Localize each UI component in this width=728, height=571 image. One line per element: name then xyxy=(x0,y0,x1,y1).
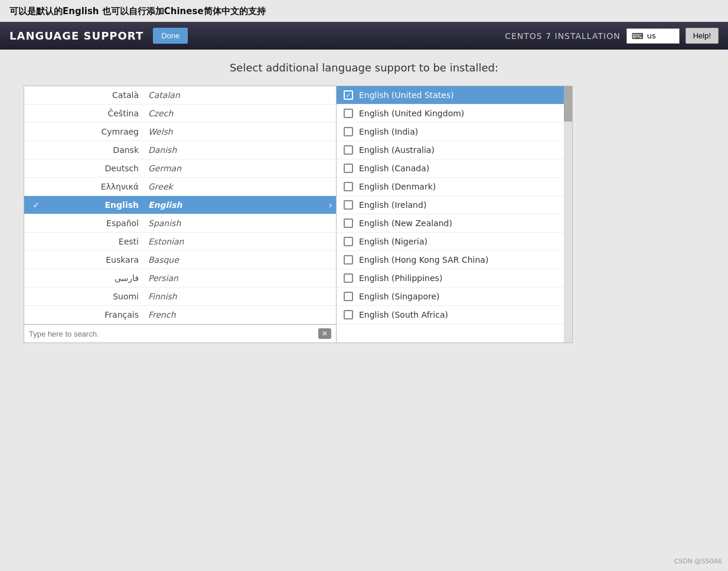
language-row[interactable]: EuskaraBasque xyxy=(24,251,336,269)
language-english-name: Finnish xyxy=(148,292,330,301)
language-row[interactable]: ✓EnglishEnglish› xyxy=(24,196,336,214)
language-row[interactable]: ΕλληνικάGreek xyxy=(24,178,336,196)
language-row[interactable]: CatalàCatalan xyxy=(24,86,336,105)
sublang-row[interactable]: English (Singapore) xyxy=(337,288,572,306)
sublang-label: English (India) xyxy=(359,127,418,136)
language-row[interactable]: EspañolSpanish xyxy=(24,214,336,233)
header-bar: LANGUAGE SUPPORT Done CENTOS 7 INSTALLAT… xyxy=(0,22,728,50)
language-english-name: French xyxy=(148,310,330,319)
language-native-name: فارسی xyxy=(42,273,148,283)
right-scrollbar[interactable] xyxy=(564,86,572,342)
sublang-checkbox[interactable] xyxy=(344,109,353,118)
sublang-checkbox[interactable] xyxy=(344,292,353,301)
language-row[interactable]: فارسیPersian xyxy=(24,269,336,288)
check-mark: ✓ xyxy=(30,200,42,210)
language-native-name: Català xyxy=(42,90,148,100)
language-row[interactable]: ČeštinaCzech xyxy=(24,105,336,123)
sublang-row[interactable]: English (Ireland) xyxy=(337,196,572,214)
header-left: LANGUAGE SUPPORT Done xyxy=(9,28,188,44)
sublang-row[interactable]: English (India) xyxy=(337,123,572,141)
language-row[interactable]: SuomiFinnish xyxy=(24,288,336,306)
sublang-checkbox[interactable] xyxy=(344,200,353,210)
language-english-name: Greek xyxy=(148,182,330,191)
watermark: CSDN @SS0A6 xyxy=(674,557,722,565)
sublang-label: English (United States) xyxy=(359,90,454,100)
sublang-checkbox[interactable] xyxy=(344,90,353,100)
sublang-label: English (New Zealand) xyxy=(359,218,452,228)
header-right: CENTOS 7 INSTALLATION ⌨ us Help! xyxy=(505,28,719,44)
left-panel: CatalàCatalanČeštinaCzechCymraegWelshDan… xyxy=(24,86,337,343)
keyboard-value: us xyxy=(647,31,656,40)
language-native-name: Dansk xyxy=(42,145,148,155)
sublang-checkbox[interactable] xyxy=(344,273,353,283)
language-english-name: Catalan xyxy=(148,90,330,100)
search-bar: ✕ xyxy=(24,324,336,342)
sublang-checkbox[interactable] xyxy=(344,237,353,246)
sublang-label: English (Australia) xyxy=(359,145,435,155)
sublang-row[interactable]: English (Australia) xyxy=(337,141,572,159)
language-english-name: Danish xyxy=(148,145,330,155)
language-english-name: Estonian xyxy=(148,237,330,246)
language-native-name: Français xyxy=(42,310,148,319)
keyboard-icon: ⌨ xyxy=(632,31,644,41)
sublang-label: English (United Kingdom) xyxy=(359,109,464,118)
header-title: LANGUAGE SUPPORT xyxy=(9,30,143,42)
language-english-name: Czech xyxy=(148,109,330,118)
language-native-name: Eesti xyxy=(42,237,148,246)
language-list: CatalàCatalanČeštinaCzechCymraegWelshDan… xyxy=(24,86,336,324)
language-native-name: Cymraeg xyxy=(42,127,148,136)
language-native-name: Suomi xyxy=(42,292,148,301)
main-content: Select additional language support to be… xyxy=(0,50,728,355)
sublang-checkbox[interactable] xyxy=(344,218,353,228)
language-english-name: Spanish xyxy=(148,218,330,228)
language-native-name: Ελληνικά xyxy=(42,182,148,191)
language-native-name: English xyxy=(42,200,148,210)
sublang-row[interactable]: English (Canada) xyxy=(337,159,572,178)
sublang-row[interactable]: English (Hong Kong SAR China) xyxy=(337,251,572,269)
sublang-checkbox[interactable] xyxy=(344,255,353,265)
panels-container: CatalàCatalanČeštinaCzechCymraegWelshDan… xyxy=(24,86,704,343)
language-row[interactable]: DeutschGerman xyxy=(24,159,336,178)
sublang-checkbox[interactable] xyxy=(344,164,353,173)
instruction-text: Select additional language support to be… xyxy=(24,61,704,74)
language-native-name: Español xyxy=(42,218,148,228)
language-native-name: Euskara xyxy=(42,255,148,265)
search-clear-button[interactable]: ✕ xyxy=(318,328,331,339)
language-native-name: Deutsch xyxy=(42,164,148,173)
language-native-name: Čeština xyxy=(42,109,148,118)
sublang-row[interactable]: English (United Kingdom) xyxy=(337,105,572,123)
sublang-checkbox[interactable] xyxy=(344,127,353,136)
sublang-label: English (Denmark) xyxy=(359,182,436,191)
sublang-label: English (Philippines) xyxy=(359,273,442,283)
language-english-name: German xyxy=(148,164,330,173)
language-english-name: Welsh xyxy=(148,127,330,136)
sublang-list: English (United States)English (United K… xyxy=(337,86,572,324)
language-row[interactable]: DanskDanish xyxy=(24,141,336,159)
help-button[interactable]: Help! xyxy=(685,28,719,44)
right-panel: English (United States)English (United K… xyxy=(337,86,573,343)
language-row[interactable]: EestiEstonian xyxy=(24,233,336,251)
language-english-name: Persian xyxy=(148,273,330,283)
sublang-label: English (Ireland) xyxy=(359,200,426,210)
sublang-checkbox[interactable] xyxy=(344,145,353,155)
sublang-checkbox[interactable] xyxy=(344,310,353,319)
sublang-label: English (Singapore) xyxy=(359,292,440,301)
sublang-row[interactable]: English (United States) xyxy=(337,86,572,105)
sublang-label: English (Nigeria) xyxy=(359,237,427,246)
centos-label: CENTOS 7 INSTALLATION xyxy=(505,31,620,41)
language-row[interactable]: CymraegWelsh xyxy=(24,123,336,141)
sublang-row[interactable]: English (Denmark) xyxy=(337,178,572,196)
keyboard-input[interactable]: ⌨ us xyxy=(626,28,680,44)
sublang-row[interactable]: English (South Africa) xyxy=(337,306,572,324)
search-input[interactable] xyxy=(29,329,315,338)
sublang-checkbox[interactable] xyxy=(344,182,353,191)
scrollbar-thumb xyxy=(564,86,572,122)
language-english-name: Basque xyxy=(148,255,330,265)
language-row[interactable]: FrançaisFrench xyxy=(24,306,336,324)
done-button[interactable]: Done xyxy=(153,28,188,44)
sublang-row[interactable]: English (Nigeria) xyxy=(337,233,572,251)
sublang-row[interactable]: English (New Zealand) xyxy=(337,214,572,233)
sublang-label: English (South Africa) xyxy=(359,310,448,319)
sublang-row[interactable]: English (Philippines) xyxy=(337,269,572,288)
row-arrow-icon: › xyxy=(329,200,332,211)
